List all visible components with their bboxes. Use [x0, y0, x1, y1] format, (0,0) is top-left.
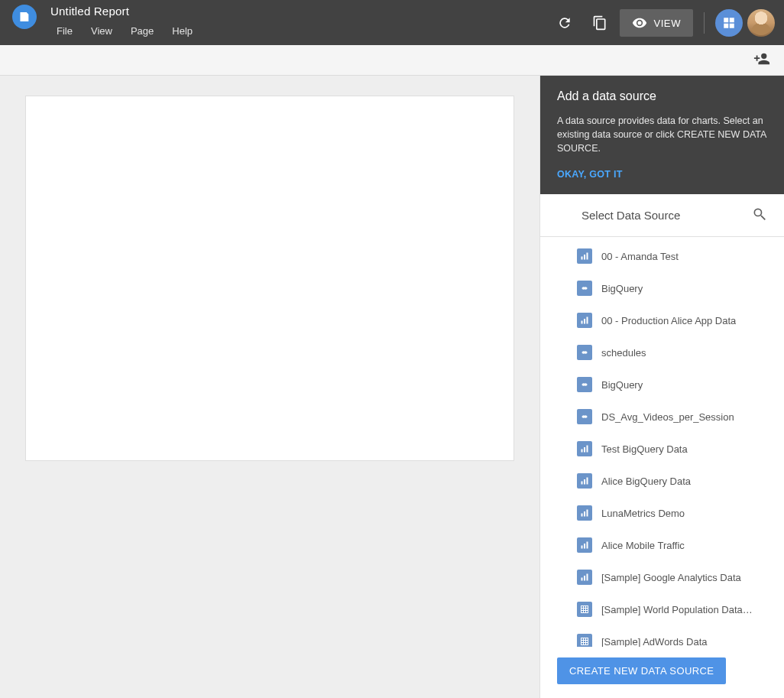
data-source-item[interactable]: 00 - Production Alice App Data [540, 304, 784, 336]
search-button[interactable] [752, 206, 767, 225]
data-source-item[interactable]: 00 - Amanda Test [540, 240, 784, 272]
data-source-label: Alice BigQuery Data [601, 476, 691, 487]
menu-help[interactable]: Help [166, 24, 199, 38]
analytics-icon [577, 441, 592, 456]
data-source-label: BigQuery [601, 283, 643, 294]
svg-rect-31 [582, 578, 583, 581]
report-canvas[interactable] [25, 96, 514, 461]
svg-rect-18 [583, 416, 586, 418]
svg-rect-34 [582, 606, 588, 613]
user-avatar[interactable] [747, 9, 775, 37]
analytics-icon [577, 537, 592, 553]
svg-rect-39 [582, 638, 588, 645]
app-header: Untitled Report File View Page Help VIEW [0, 0, 784, 45]
data-source-label: 00 - Production Alice App Data [601, 315, 736, 326]
eye-icon [632, 15, 647, 31]
data-source-item[interactable]: BigQuery [540, 272, 784, 304]
svg-rect-1 [582, 257, 583, 260]
menu-view[interactable]: View [85, 24, 118, 38]
data-source-item[interactable]: Alice BigQuery Data [540, 465, 784, 497]
sheets-icon [577, 634, 592, 647]
svg-rect-33 [587, 574, 588, 581]
data-source-item[interactable]: schedules [540, 336, 784, 368]
svg-rect-0 [21, 12, 27, 21]
svg-rect-30 [587, 542, 588, 549]
report-icon [18, 11, 31, 23]
svg-rect-23 [584, 479, 585, 485]
analytics-icon [577, 570, 592, 585]
svg-rect-28 [582, 546, 583, 549]
data-source-list[interactable]: 00 - Amanda TestBigQuery00 - Production … [540, 237, 784, 647]
grid-button[interactable] [715, 9, 743, 37]
svg-rect-21 [587, 446, 588, 453]
svg-rect-26 [584, 511, 585, 517]
svg-rect-7 [582, 321, 583, 324]
svg-rect-32 [584, 576, 585, 581]
data-source-label: Test BigQuery Data [601, 443, 688, 455]
refresh-icon [557, 15, 572, 31]
okay-got-it-button[interactable]: OKAY, GOT IT [557, 169, 623, 180]
header-divider [704, 12, 705, 34]
title-block: Untitled Report File View Page Help [50, 5, 199, 38]
create-data-source-button[interactable]: CREATE NEW DATA SOURCE [557, 657, 726, 684]
panel-description: A data source provides data for charts. … [557, 114, 767, 155]
data-source-label: [Sample] Google Analytics Data [601, 572, 741, 583]
svg-rect-25 [582, 514, 583, 517]
data-source-item[interactable]: Test BigQuery Data [540, 433, 784, 465]
svg-rect-12 [583, 352, 586, 354]
svg-rect-19 [582, 450, 583, 453]
data-source-label: Alice Mobile Traffic [601, 540, 685, 551]
data-source-label: 00 - Amanda Test [601, 251, 679, 262]
data-source-label: DS_Avg_Videos_per_Session [601, 411, 734, 423]
refresh-button[interactable] [549, 8, 580, 38]
select-title: Select Data Source [582, 209, 680, 222]
bq-icon [577, 377, 592, 392]
data-source-label: [Sample] AdWords Data [601, 636, 708, 647]
grid-icon [722, 16, 736, 30]
copy-button[interactable] [585, 8, 615, 38]
data-source-item[interactable]: [Sample] World Population Data 2... [540, 593, 784, 625]
data-source-item[interactable]: [Sample] AdWords Data [540, 625, 784, 647]
panel-info: Add a data source A data source provides… [540, 76, 784, 194]
header-right: VIEW [549, 8, 775, 38]
bq-icon [577, 345, 592, 360]
menubar: File View Page Help [50, 24, 199, 38]
svg-rect-20 [584, 447, 585, 453]
analytics-icon [577, 248, 592, 264]
view-button-label: VIEW [653, 18, 681, 29]
data-source-item[interactable]: Alice Mobile Traffic [540, 529, 784, 561]
analytics-icon [577, 505, 592, 521]
svg-rect-29 [584, 544, 585, 549]
add-person-icon [753, 50, 770, 67]
svg-rect-24 [587, 478, 588, 485]
data-source-item[interactable]: LunaMetrics Demo [540, 497, 784, 529]
panel-heading: Add a data source [557, 89, 767, 103]
svg-rect-22 [582, 482, 583, 485]
report-title[interactable]: Untitled Report [50, 5, 199, 18]
data-source-item[interactable]: BigQuery [540, 368, 784, 401]
view-button[interactable]: VIEW [620, 9, 693, 37]
app-logo[interactable] [12, 5, 37, 29]
svg-rect-2 [584, 255, 585, 260]
bq-icon [577, 281, 592, 296]
svg-rect-3 [587, 253, 588, 260]
add-person-button[interactable] [753, 50, 770, 70]
sub-toolbar [0, 45, 784, 76]
data-source-panel: Add a data source A data source provides… [539, 76, 784, 698]
data-source-label: LunaMetrics Demo [601, 508, 685, 519]
svg-rect-8 [584, 319, 585, 324]
menu-page[interactable]: Page [125, 24, 160, 38]
main-area: Add a data source A data source provides… [0, 76, 784, 698]
bq-icon [577, 409, 592, 424]
svg-rect-27 [587, 510, 588, 517]
menu-file[interactable]: File [50, 24, 79, 38]
panel-footer: CREATE NEW DATA SOURCE [540, 647, 784, 698]
svg-rect-15 [583, 384, 586, 386]
data-source-item[interactable]: DS_Avg_Videos_per_Session [540, 401, 784, 433]
canvas-area [0, 76, 539, 698]
data-source-label: schedules [601, 347, 646, 359]
data-source-label: BigQuery [601, 379, 643, 391]
sheets-icon [577, 602, 592, 617]
select-header: Select Data Source [540, 194, 784, 237]
data-source-item[interactable]: [Sample] Google Analytics Data [540, 561, 784, 593]
